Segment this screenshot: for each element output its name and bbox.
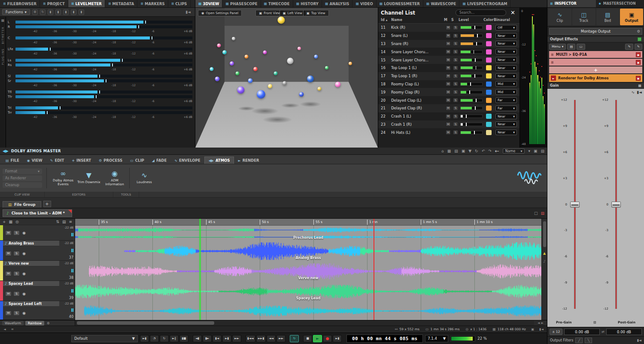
- channel-color-swatch[interactable]: [486, 49, 492, 54]
- bypass-icon[interactable]: ▣: [636, 76, 641, 81]
- edit-all-icon[interactable]: ✎: [635, 44, 642, 50]
- channel-row[interactable]: 19Roomy Clap (R)MSMid▾: [378, 88, 519, 96]
- warning-icon[interactable]: ▲: [543, 251, 546, 255]
- transport-button-[interactable]: ↻: [160, 335, 169, 342]
- tab-analysis[interactable]: ▦ANALYSIS: [322, 0, 353, 7]
- bypass-icon[interactable]: ▣: [636, 60, 641, 65]
- channel-search-input[interactable]: [456, 9, 506, 16]
- curve-icon[interactable]: ∿: [632, 90, 635, 94]
- scrollbar-thumb[interactable]: [77, 321, 214, 325]
- solo-button[interactable]: S: [453, 25, 458, 30]
- channel-color-swatch[interactable]: [486, 25, 492, 30]
- magnifier-icon[interactable]: ◎: [15, 220, 19, 224]
- reset-icon[interactable]: ↻: [40, 9, 46, 15]
- transport-button-[interactable]: ◄▮: [193, 335, 202, 342]
- channel-color-swatch[interactable]: [486, 106, 492, 111]
- transport-button-[interactable]: ▮◄: [213, 335, 222, 342]
- binaural-dropdown[interactable]: Mid▾: [495, 81, 517, 87]
- name-dropdown[interactable]: Name▾: [503, 148, 525, 154]
- track-color-tab[interactable]: [0, 225, 3, 240]
- channel-color-swatch[interactable]: [486, 90, 492, 95]
- status-item[interactable]: ◎x 1 : 1436: [465, 327, 486, 331]
- solo-button[interactable]: S: [453, 81, 458, 86]
- transport-button-[interactable]: ▮■: [179, 335, 188, 342]
- solo-button[interactable]: S: [453, 66, 458, 70]
- mute-button[interactable]: M: [446, 98, 451, 103]
- inspector-mode-clip[interactable]: ∿Clip: [548, 9, 571, 25]
- add-track-icon[interactable]: +: [3, 220, 6, 224]
- atmos-3d-view[interactable]: ◉Open Settings Panel ▣Front View▣Left Vi…: [195, 8, 378, 148]
- channel-row[interactable]: 11Kick (R)MSOff▾: [378, 24, 519, 32]
- transport-button-[interactable]: ◔: [150, 335, 159, 342]
- meter-mode-button[interactable]: ▮: [63, 9, 69, 15]
- channel-color-swatch[interactable]: [486, 122, 492, 127]
- binaural-dropdown[interactable]: Near▾: [495, 121, 517, 127]
- lowcut-filter-icon[interactable]: ╱: [575, 338, 583, 343]
- link-icon[interactable]: ⊡: [593, 320, 596, 324]
- transport-button-[interactable]: ►▮: [333, 335, 342, 342]
- add-effect-slot[interactable]: +: [549, 66, 642, 73]
- ribbon-button-adm-information[interactable]: ◉ADM Information: [103, 170, 127, 187]
- effect-slot-eq[interactable]: ≡ MULTI > EQ-P1A ▣: [549, 51, 642, 58]
- channel-config-dropdown[interactable]: 7.1.4▼: [425, 335, 448, 342]
- range-button[interactable]: ± 12: [550, 329, 562, 335]
- tab-levelmeter[interactable]: ≡LEVELMETER: [68, 0, 105, 7]
- transport-loop-[interactable]: ↻: [290, 335, 299, 342]
- track-lane[interactable]: Prechorus Lead: [75, 226, 541, 241]
- menu-icon[interactable]: ≡: [69, 220, 72, 224]
- status-icon[interactable]: ◄: [3, 327, 6, 331]
- collapse-icon[interactable]: ▮◄: [637, 90, 642, 94]
- channel-color-swatch[interactable]: [486, 114, 492, 119]
- status-item[interactable]: ↔59 x 552 ms: [395, 327, 419, 331]
- channel-row[interactable]: 12Snare (L)MSNear▾: [378, 32, 519, 40]
- rainbow-mode-button[interactable]: Rainbow: [25, 321, 44, 326]
- binaural-dropdown[interactable]: Near▾: [495, 65, 517, 71]
- mute-button[interactable]: M: [446, 106, 451, 111]
- tab-history[interactable]: ▦HISTORY: [293, 0, 322, 7]
- titlebar-icon[interactable]: ⌂: [441, 149, 444, 153]
- scroll-left-icon[interactable]: ◄: [538, 321, 540, 325]
- highcut-filter-icon[interactable]: ╲: [585, 338, 592, 343]
- grid-icon[interactable]: ▦: [9, 220, 13, 224]
- effect-slot-empty[interactable]: ≡ ▣: [549, 59, 642, 66]
- transport-button-[interactable]: ►►: [276, 335, 286, 342]
- open-settings-panel-button[interactable]: ◉Open Settings Panel: [198, 10, 242, 16]
- add-file-group-button[interactable]: +: [43, 201, 51, 207]
- track-header[interactable]: MS◉-22 dB: [0, 225, 75, 241]
- track-solo-button[interactable]: S: [13, 230, 20, 235]
- mute-button[interactable]: M: [446, 49, 451, 54]
- functions-button[interactable]: Functions▾: [2, 9, 30, 15]
- track-name-bar[interactable]: ♪Verve new: [3, 261, 59, 266]
- transport-button-[interactable]: ▮◄◄: [246, 335, 255, 342]
- track-solo-button[interactable]: S: [13, 271, 20, 276]
- binaural-dropdown[interactable]: Far▾: [495, 97, 517, 103]
- tab-process[interactable]: ⚙PROCESS: [95, 157, 126, 164]
- titlebar-icon[interactable]: ▼: [468, 149, 471, 153]
- tab-wavescope[interactable]: ▦WAVESCOPE: [423, 0, 460, 7]
- solo-button[interactable]: S: [453, 98, 458, 103]
- speaker-icon[interactable]: ♪: [543, 260, 545, 263]
- gear-icon[interactable]: ⚙: [637, 29, 640, 33]
- mute-button[interactable]: M: [446, 41, 451, 46]
- tab-filebrowser[interactable]: ≡FILEBROWSER: [0, 0, 40, 7]
- tab-render[interactable]: ►RENDER: [234, 157, 263, 164]
- waveform-mode-button[interactable]: Waveform: [2, 321, 24, 326]
- solo-button[interactable]: S: [453, 49, 458, 54]
- tab-video[interactable]: ▦VIDEO: [352, 0, 376, 7]
- ribbon-button-dolby-atmos-events[interactable]: ∞Dolby Atmos Events: [51, 170, 75, 187]
- meter-mode-button[interactable]: ▮: [71, 9, 76, 15]
- tab-3dview[interactable]: ▦3DVIEW: [195, 0, 222, 7]
- drag-handle-icon[interactable]: ≡: [551, 53, 554, 57]
- ribbon-button-trim-downmix[interactable]: ▼Trim Downmix: [77, 172, 101, 184]
- titlebar-icon[interactable]: ▤: [541, 149, 544, 153]
- channel-row[interactable]: 22Crash 1 (L)MSNear▾: [378, 112, 519, 121]
- transport-button-[interactable]: ◄◄: [267, 335, 276, 342]
- meter-mode-button[interactable]: ▮: [79, 9, 84, 15]
- binaural-dropdown[interactable]: Near▾: [495, 33, 517, 39]
- track-color-tab[interactable]: [0, 301, 3, 320]
- ribbon-button-cleanup[interactable]: Cleanup: [3, 182, 42, 188]
- channel-row[interactable]: 21Delay​ed Clap (R)MSFar▾: [378, 104, 519, 112]
- solo-button[interactable]: S: [453, 41, 458, 46]
- transport-button-[interactable]: ▮►: [203, 335, 212, 342]
- mute-button[interactable]: M: [446, 130, 451, 135]
